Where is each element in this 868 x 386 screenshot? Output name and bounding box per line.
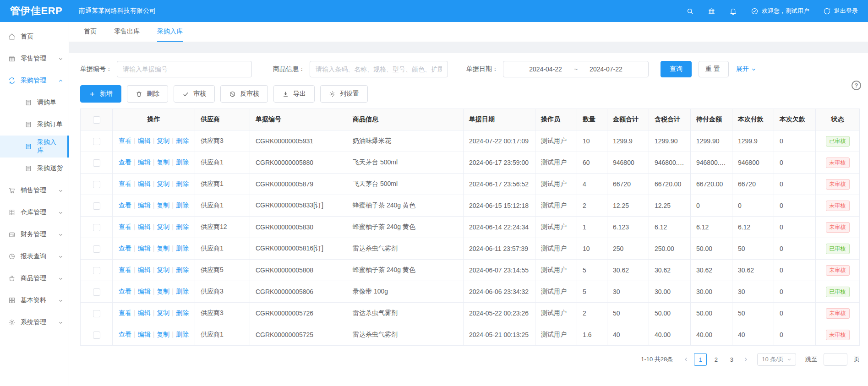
row-checkbox[interactable] [93, 224, 100, 231]
row-checkbox[interactable] [93, 181, 100, 188]
row-checkbox[interactable] [93, 288, 100, 296]
row-action-delete[interactable]: 删除 [176, 201, 189, 209]
row-action-delete[interactable]: 删除 [176, 266, 189, 273]
search-button[interactable]: 查询 [661, 61, 692, 77]
audit-button[interactable]: 审核 [174, 85, 215, 103]
delete-button[interactable]: 删除 [127, 85, 168, 103]
row-action-view[interactable]: 查看 [119, 223, 131, 230]
sidebar-item-basic-data[interactable]: 基本资料 [0, 289, 69, 311]
row-action-edit[interactable]: 编辑 [138, 180, 151, 187]
row-action-view[interactable]: 查看 [119, 266, 131, 273]
row-action-delete[interactable]: 删除 [176, 245, 189, 252]
row-checkbox[interactable] [93, 267, 100, 274]
row-action-delete[interactable]: 删除 [176, 288, 189, 295]
sidebar-item-purchase-return[interactable]: 采购退货 [0, 158, 69, 179]
prev-page-button[interactable] [681, 353, 691, 366]
row-action-copy[interactable]: 复制 [157, 201, 169, 209]
column-settings-button[interactable]: 列设置 [320, 85, 368, 103]
date-range-picker[interactable]: 2024-04-22 ~ 2024-07-22 [503, 61, 649, 77]
row-action-view[interactable]: 查看 [119, 158, 131, 166]
row-checkbox[interactable] [93, 159, 100, 167]
bell-icon[interactable] [729, 7, 737, 15]
row-action-copy[interactable]: 复制 [157, 245, 169, 252]
date-from[interactable]: 2024-04-22 [529, 65, 562, 73]
row-action-view[interactable]: 查看 [119, 180, 131, 187]
expand-toggle[interactable]: 展开 [736, 65, 756, 73]
row-checkbox[interactable] [93, 202, 100, 210]
row-action-delete[interactable]: 删除 [176, 137, 189, 144]
sidebar-item-retail[interactable]: 零售管理 [0, 48, 69, 70]
goods-info-input[interactable] [310, 61, 448, 77]
row-action-view[interactable]: 查看 [119, 137, 131, 144]
supplier-cell: 供应商3 [195, 303, 250, 324]
export-button[interactable]: 导出 [273, 85, 315, 103]
sidebar-item-sales[interactable]: 销售管理 [0, 179, 69, 201]
row-action-copy[interactable]: 复制 [157, 288, 169, 295]
unaudit-button[interactable]: 反审核 [220, 85, 268, 103]
row-action-edit[interactable]: 编辑 [138, 331, 151, 338]
row-action-edit[interactable]: 编辑 [138, 158, 151, 166]
sidebar-item-purchase-inbound[interactable]: 采购入库 [0, 136, 69, 158]
actions-cell: 查看|编辑|复制|删除 [113, 324, 195, 346]
row-action-view[interactable]: 查看 [119, 201, 131, 209]
row-action-edit[interactable]: 编辑 [138, 201, 151, 209]
row-action-edit[interactable]: 编辑 [138, 266, 151, 273]
order-no-input[interactable] [117, 61, 252, 77]
row-action-delete[interactable]: 删除 [176, 158, 189, 166]
sidebar-item-purchase[interactable]: 采购管理 [0, 70, 69, 92]
welcome-user[interactable]: 欢迎您，测试用户 [751, 7, 809, 15]
sidebar-item-home[interactable]: 首页 [0, 26, 69, 48]
row-action-copy[interactable]: 复制 [157, 331, 169, 338]
reset-button[interactable]: 重置 [699, 61, 729, 77]
row-checkbox[interactable] [93, 245, 100, 253]
add-button[interactable]: 新增 [80, 85, 121, 103]
tab-home[interactable]: 首页 [84, 22, 97, 42]
logout-button[interactable]: 退出登录 [823, 7, 858, 15]
select-all-checkbox[interactable] [93, 116, 100, 124]
row-action-edit[interactable]: 编辑 [138, 288, 151, 295]
row-action-copy[interactable]: 复制 [157, 137, 169, 144]
help-icon[interactable]: ? [852, 81, 861, 90]
row-action-delete[interactable]: 删除 [176, 223, 189, 230]
sidebar-item-warehouse[interactable]: 仓库管理 [0, 201, 69, 223]
sidebar-item-reports[interactable]: 报表查询 [0, 245, 69, 267]
page-button-2[interactable]: 2 [710, 353, 722, 366]
tab-purchase-inbound[interactable]: 采购入库 [157, 22, 183, 42]
row-checkbox[interactable] [93, 138, 100, 145]
tab-retail-outbound[interactable]: 零售出库 [114, 22, 140, 42]
row-action-view[interactable]: 查看 [119, 331, 131, 338]
page-size-select[interactable]: 10 条/页 [757, 353, 796, 366]
row-checkbox[interactable] [93, 332, 100, 339]
row-action-view[interactable]: 查看 [119, 245, 131, 252]
sidebar-item-finance[interactable]: 财务管理 [0, 223, 69, 245]
row-checkbox[interactable] [93, 310, 100, 317]
row-action-edit[interactable]: 编辑 [138, 245, 151, 252]
goods-cell: 蜂蜜柚子茶 240g 黄色 [347, 217, 464, 238]
sidebar-item-purchase-order[interactable]: 采购订单 [0, 114, 69, 136]
row-action-delete[interactable]: 删除 [176, 309, 189, 316]
row-action-edit[interactable]: 编辑 [138, 137, 151, 144]
row-action-copy[interactable]: 复制 [157, 266, 169, 273]
row-action-copy[interactable]: 复制 [157, 309, 169, 316]
bank-icon[interactable] [708, 7, 715, 15]
row-action-copy[interactable]: 复制 [157, 180, 169, 187]
sidebar-item-purchase-request[interactable]: 请购单 [0, 92, 69, 114]
row-action-copy[interactable]: 复制 [157, 223, 169, 230]
row-action-view[interactable]: 查看 [119, 288, 131, 295]
row-action-edit[interactable]: 编辑 [138, 309, 151, 316]
tab-bar: 首页 零售出库 采购入库 [69, 22, 868, 42]
jump-page-input[interactable] [824, 353, 847, 366]
row-action-view[interactable]: 查看 [119, 309, 131, 316]
page-button-1[interactable]: 1 [694, 353, 707, 366]
row-action-delete[interactable]: 删除 [176, 331, 189, 338]
row-action-copy[interactable]: 复制 [157, 158, 169, 166]
sidebar-item-system[interactable]: 系统管理 [0, 311, 69, 333]
tax-amount-cell: 30.62 [649, 260, 691, 281]
date-to[interactable]: 2024-07-22 [590, 65, 622, 73]
sidebar-item-goods[interactable]: 商品管理 [0, 267, 69, 289]
row-action-edit[interactable]: 编辑 [138, 223, 151, 230]
page-button-3[interactable]: 3 [725, 353, 738, 366]
row-action-delete[interactable]: 删除 [176, 180, 189, 187]
next-page-button[interactable] [741, 353, 751, 366]
search-icon[interactable] [686, 7, 694, 15]
